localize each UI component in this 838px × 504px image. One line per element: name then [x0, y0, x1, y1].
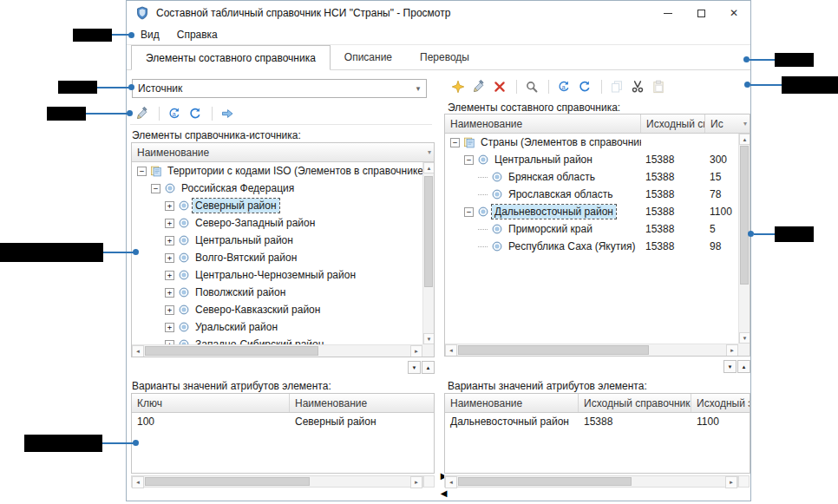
expand-icon[interactable]: +	[165, 271, 174, 280]
minimize-button[interactable]	[651, 1, 684, 25]
refresh-source-button[interactable]: a	[554, 77, 573, 96]
tree-row[interactable]: Приморский край153885	[445, 220, 738, 238]
tree-row[interactable]: +Поволжский район	[132, 284, 422, 301]
collapse-icon[interactable]: −	[137, 167, 147, 176]
tree-row[interactable]: +Северо-Западный район	[132, 214, 422, 232]
tree-node-label[interactable]: Республика Саха (Якутия)	[506, 239, 638, 253]
scrollbar-thumb[interactable]	[740, 146, 749, 285]
paste-button[interactable]	[649, 77, 668, 96]
row-up-button[interactable]: ▲	[737, 360, 750, 373]
search-button[interactable]	[522, 77, 541, 96]
expand-icon[interactable]: +	[165, 305, 174, 315]
forward-button[interactable]	[218, 104, 237, 123]
scroll-left-icon[interactable]: ◄	[132, 476, 144, 488]
scroll-right-icon[interactable]: ►	[725, 476, 737, 488]
column-header[interactable]: Исходный справочник	[579, 394, 691, 412]
table-row[interactable]: Дальневосточный район153881100	[445, 413, 750, 430]
tree-row[interactable]: +Западно-Сибирский район	[132, 336, 422, 344]
edit-button[interactable]	[469, 77, 488, 96]
tree-row[interactable]: Ярославская область1538878	[445, 186, 738, 203]
refresh-button[interactable]	[186, 104, 205, 123]
scroll-left-icon[interactable]: ◄	[445, 476, 457, 488]
tab-composite-elements[interactable]: Элементы составного справочника	[131, 45, 331, 70]
splitter-collapse-icon[interactable]: ◀	[438, 487, 449, 500]
scroll-up-icon[interactable]: ▲	[423, 162, 435, 173]
tree-row[interactable]: −Центральный район15388300	[445, 151, 738, 168]
scroll-left-icon[interactable]: ◄	[445, 344, 457, 357]
tree-row[interactable]: +Северо-Кавказский район	[132, 301, 422, 318]
refresh-button[interactable]	[575, 77, 594, 96]
source-attrs-horizontal-scrollbar[interactable]: ◄ ►	[131, 475, 423, 488]
tree-row[interactable]: Брянская область1538815	[445, 168, 738, 186]
chevron-down-icon[interactable]: ▾	[410, 84, 426, 93]
tree-row[interactable]: −Дальневосточный район153881100	[445, 203, 738, 220]
tree-node-label[interactable]: Российская Федерация	[179, 181, 297, 195]
tree-row[interactable]: +Волго-Вятский район	[132, 249, 422, 266]
scroll-down-icon[interactable]: ▼	[423, 333, 435, 344]
tree-node-label[interactable]: Приморский край	[506, 222, 595, 236]
column-header[interactable]: Ключ	[132, 394, 290, 412]
source-combobox[interactable]: Источник ▾	[132, 79, 427, 98]
scroll-left-icon[interactable]: ◄	[132, 345, 144, 357]
column-header[interactable]: Исходный спр...	[641, 115, 705, 133]
tree-row[interactable]: −Российская Федерация	[132, 180, 422, 197]
row-down-button[interactable]: ▼	[408, 361, 421, 374]
copy-button[interactable]	[607, 77, 626, 96]
expand-icon[interactable]: +	[165, 201, 174, 211]
tab-description[interactable]: Описание	[331, 45, 406, 69]
close-button[interactable]: ✕	[717, 1, 750, 25]
expand-icon[interactable]: +	[165, 253, 174, 263]
tree-node-label[interactable]: Северо-Кавказский район	[193, 303, 323, 317]
tree-node-label[interactable]: Брянская область	[506, 170, 598, 184]
scrollbar-thumb[interactable]	[145, 346, 318, 356]
tree-row[interactable]: +Центрально-Черноземный район	[132, 266, 422, 284]
scroll-right-icon[interactable]: ►	[410, 476, 422, 488]
menu-view[interactable]: Вид	[132, 26, 168, 43]
column-header[interactable]: Наименование	[290, 394, 434, 412]
tree-node-label[interactable]: Центрально-Черноземный район	[193, 268, 358, 282]
row-up-button[interactable]: ▲	[422, 361, 435, 374]
tree-node-label[interactable]: Ярославская область	[506, 187, 615, 201]
tree-row[interactable]: −Страны (Элементов в справочник	[445, 134, 738, 151]
tree-node-label[interactable]: Территории с кодами ISO (Элементов в спр…	[165, 164, 422, 178]
expand-icon[interactable]: +	[165, 219, 174, 228]
cut-button[interactable]	[628, 77, 647, 96]
column-header[interactable]: Исходный элем	[691, 394, 750, 412]
scrollbar-thumb[interactable]	[458, 345, 649, 355]
tree-node-label[interactable]: Северо-Западный район	[193, 216, 318, 230]
expand-icon[interactable]: +	[165, 323, 174, 332]
collapse-icon[interactable]: −	[151, 184, 160, 193]
tree-node-label[interactable]: Поволжский район	[193, 285, 288, 299]
tree-node-label[interactable]: Страны (Элементов в справочник	[478, 135, 641, 149]
source-tree-horizontal-scrollbar[interactable]: ◄ ►	[132, 344, 422, 357]
tree-node-label[interactable]: Центральный район	[193, 233, 296, 247]
composite-attrs-horizontal-scrollbar[interactable]: ◄ ►	[444, 475, 738, 488]
row-down-button[interactable]: ▼	[723, 360, 737, 373]
scrollbar-thumb[interactable]	[458, 477, 632, 486]
collapse-icon[interactable]: −	[450, 138, 460, 147]
tab-translations[interactable]: Переводы	[406, 45, 483, 69]
composite-tree-horizontal-scrollbar[interactable]: ◄ ►	[445, 344, 738, 356]
edit-button[interactable]	[133, 104, 152, 123]
tree-row[interactable]: −Территории с кодами ISO (Элементов в сп…	[132, 162, 422, 180]
tree-node-label[interactable]: Центральный район	[492, 153, 595, 167]
scroll-right-icon[interactable]: ►	[410, 345, 422, 357]
tree-node-label[interactable]: Волго-Вятский район	[193, 251, 299, 265]
tree-node-label[interactable]: Западно-Сибирский район	[193, 337, 326, 344]
tree-row[interactable]: Республика Саха (Якутия)1538898	[445, 238, 738, 255]
tree-row[interactable]: +Уральский район	[132, 318, 422, 336]
column-header[interactable]: Наименование	[445, 394, 579, 412]
column-header[interactable]: Наименование	[445, 115, 641, 133]
maximize-button[interactable]	[684, 1, 717, 25]
delete-button[interactable]	[490, 77, 509, 96]
column-filter-icon[interactable]: ▾	[743, 121, 747, 128]
tree-row[interactable]: +Центральный район	[132, 232, 422, 249]
expand-icon[interactable]: +	[165, 236, 174, 245]
add-button[interactable]	[448, 77, 468, 96]
tree-row[interactable]: +Северный район	[132, 197, 422, 214]
collapse-icon[interactable]: −	[464, 207, 474, 217]
collapse-icon[interactable]: −	[464, 155, 474, 165]
scrollbar-thumb[interactable]	[145, 477, 310, 486]
menu-help[interactable]: Справка	[168, 26, 226, 43]
column-header-name[interactable]: Наименование	[132, 143, 434, 161]
